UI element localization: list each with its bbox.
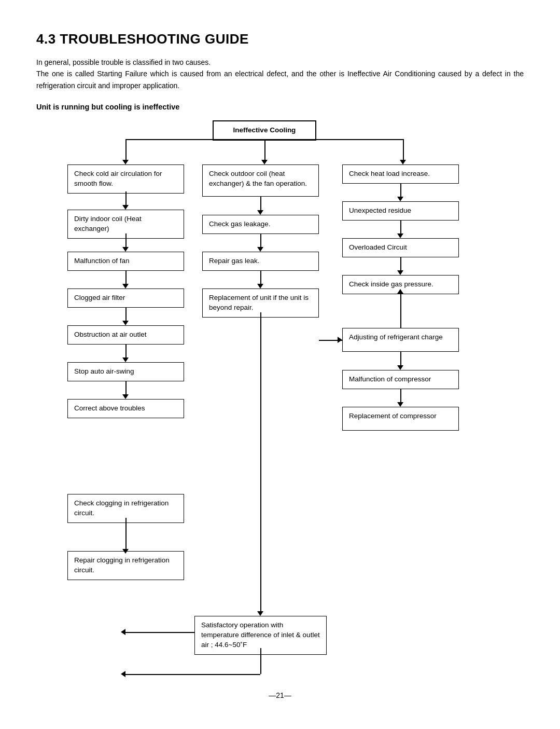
box-col2-3: Repair gas leak. <box>202 252 319 271</box>
arrow-ic-right-v <box>403 139 404 162</box>
box-col2-1: Check outdoor coil (heat exchanger) & th… <box>202 164 319 197</box>
arrow-ic-left-head <box>122 160 129 164</box>
arr-c3-4-up-head <box>397 289 403 294</box>
arr-c2-4 <box>260 312 261 613</box>
arr-c1-4h <box>122 321 129 325</box>
arrow-ic-left-v <box>125 139 127 162</box>
arr-c1-2h <box>122 247 129 252</box>
box-ineffective-cooling: Ineffective Cooling <box>213 120 316 141</box>
box-col1-6: Stop auto air-swing <box>67 362 184 381</box>
box-col3-6: Malfunction of compressor <box>342 370 459 389</box>
arr-col1-9-h-head <box>121 671 125 677</box>
arr-c2-2h <box>257 247 263 252</box>
box-col1-4: Clogged air filter <box>67 288 184 308</box>
arr-c2-3h <box>257 284 263 288</box>
arr-c3-1h <box>397 197 403 201</box>
box-col1-5: Obstruction at air outlet <box>67 325 184 345</box>
arr-c2-4h <box>257 611 263 616</box>
box-col3-5: Adjusting of refrigerant charge <box>342 328 459 352</box>
box-col1-1: Check cold air circulation for smooth fl… <box>67 164 184 194</box>
arr-c1-1h <box>122 205 129 210</box>
arr-col1-9-h <box>125 674 260 675</box>
arrow-ic-center <box>264 139 265 162</box>
box-col3-3: Overloaded Circuit <box>342 238 459 257</box>
arr-c1-8-9 <box>125 518 127 551</box>
arrow-ic-left-h <box>125 139 264 140</box>
section-subtitle: Unit is running but cooling is ineffecti… <box>36 103 524 111</box>
arr-c1-6h <box>122 394 129 399</box>
arr-c1-8-9h <box>122 549 129 554</box>
arr-c3-4-up <box>400 294 401 328</box>
box-col1-3: Malfunction of fan <box>67 252 184 271</box>
arrow-ic-right-h <box>264 139 403 140</box>
arr-c3-5h <box>397 365 403 370</box>
box-col3-2: Unexpected residue <box>342 201 459 221</box>
box-col3-1: Check heat load increase. <box>342 164 459 184</box>
box-col2-2: Check gas leakage. <box>202 215 319 234</box>
arr-c2-5-left-head <box>121 629 125 635</box>
box-col3-7: Replacement of compressor <box>342 407 459 431</box>
page-number: —21— <box>36 691 524 699</box>
arr-c3-6h <box>397 402 403 407</box>
arr-c3-5-left-head <box>338 337 342 343</box>
flowchart: Ineffective Cooling Check cold air circu… <box>36 120 524 670</box>
arr-c2-5-left <box>125 632 194 633</box>
box-col1-9: Repair clogging in refrigeration circuit… <box>67 551 184 580</box>
arrow-ic-center-head <box>261 160 268 164</box>
arrow-ic-right-head <box>400 160 406 164</box>
arr-c3-3h <box>397 270 403 275</box>
arr-c3-2h <box>397 233 403 238</box>
page-title: 4.3 TROUBLESHOOTING GUIDE <box>36 31 524 47</box>
intro-text: In general, possible trouble is classifi… <box>36 57 524 91</box>
arr-c2-1h <box>257 210 263 215</box>
arr-c1-5h <box>122 357 129 362</box>
arr-c1-3h <box>122 284 129 288</box>
arr-c2-5-down <box>260 648 261 674</box>
box-col1-7: Correct above troubles <box>67 399 184 418</box>
